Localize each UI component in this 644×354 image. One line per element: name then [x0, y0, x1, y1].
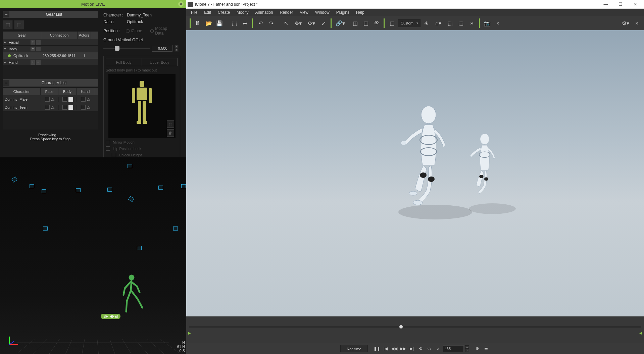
body-checkbox[interactable]: [62, 97, 67, 102]
gear-row-body[interactable]: ▾Body +–: [3, 46, 98, 52]
gear-row-optitrack[interactable]: Optitrack 239.255.42.99:1511 1: [3, 52, 98, 59]
add-icon[interactable]: +: [31, 40, 35, 45]
fast-forward-icon[interactable]: ▶▶: [399, 345, 407, 352]
light-icon[interactable]: ☀: [421, 18, 431, 28]
look-at-icon[interactable]: 👁: [371, 18, 382, 28]
mask-select-icon[interactable]: ⬚: [167, 120, 174, 128]
goto-end-icon[interactable]: ▶|: [408, 345, 415, 352]
gear-row-hand[interactable]: ▸Hand +–: [3, 59, 98, 66]
menu-create[interactable]: Create: [214, 9, 233, 16]
hand-checkbox[interactable]: [81, 105, 86, 110]
link-tool-icon[interactable]: 🔗▾: [334, 18, 347, 28]
menu-file[interactable]: File: [188, 9, 201, 16]
menu-modify[interactable]: Modify: [233, 9, 252, 16]
render-viewport[interactable]: [186, 30, 644, 316]
spinner-down-icon[interactable]: ▾: [465, 349, 469, 352]
camera-icon[interactable]: 📷: [482, 18, 492, 28]
data-label: Data :: [103, 19, 123, 24]
gear-row-facial[interactable]: ▸Facial +–: [3, 39, 98, 46]
rewind-icon[interactable]: ◀◀: [391, 345, 398, 352]
undo-icon[interactable]: ↶: [255, 18, 265, 28]
hand-checkbox[interactable]: [81, 97, 86, 102]
menu-animation[interactable]: Animation: [252, 9, 276, 16]
face-checkbox[interactable]: [45, 105, 50, 110]
playhead-icon[interactable]: [399, 325, 403, 328]
collapse-icon[interactable]: –: [3, 11, 9, 17]
character-row[interactable]: Dummy_Teen ⚠ ⚠: [3, 103, 98, 111]
move-tool-icon[interactable]: ✥▾: [292, 18, 304, 28]
playback-mode-dropdown[interactable]: Realtime: [340, 345, 367, 352]
svg-rect-3: [149, 88, 152, 103]
zoom-all-icon[interactable]: ⬚: [456, 18, 466, 28]
timeline[interactable]: ▶ ◀: [186, 316, 644, 343]
gear-import-icon[interactable]: ⬚: [3, 20, 13, 30]
menu-help[interactable]: Help: [353, 9, 368, 16]
body-mask-preview: ⬚ 🗑: [108, 74, 176, 138]
character-row[interactable]: Dummy_Male ⚠ ⚠: [3, 95, 98, 103]
layout-icon[interactable]: ◫: [387, 18, 397, 28]
align-left-icon[interactable]: ◫: [350, 18, 360, 28]
spinner-up-icon[interactable]: ▴: [465, 345, 469, 349]
axis-gizmo-icon: [7, 334, 20, 347]
open-project-icon[interactable]: 📂: [204, 18, 214, 28]
expand-more-icon[interactable]: »: [632, 18, 642, 28]
menu-edit[interactable]: Edit: [201, 9, 214, 16]
add-icon[interactable]: +: [31, 47, 35, 51]
pause-icon[interactable]: ❚❚: [373, 345, 381, 352]
menu-plugins[interactable]: Plugins: [333, 9, 353, 16]
remove-icon[interactable]: –: [36, 60, 41, 65]
menu-view[interactable]: View: [296, 9, 312, 16]
close-icon[interactable]: ✕: [178, 1, 184, 7]
new-project-icon[interactable]: 🗎: [193, 18, 203, 28]
gear-export-icon[interactable]: ⬚: [14, 20, 24, 30]
audio-icon[interactable]: ♪: [434, 345, 442, 352]
redo-icon[interactable]: ↷: [266, 18, 276, 28]
spinner-up-icon[interactable]: ▴: [175, 45, 179, 48]
ground-offset-input[interactable]: [152, 45, 172, 52]
ground-offset-slider[interactable]: [103, 48, 150, 49]
add-icon[interactable]: +: [31, 60, 35, 65]
timeline-start-icon[interactable]: ▶: [188, 331, 191, 335]
timeline-toggle-icon[interactable]: ☰: [483, 345, 490, 352]
save-project-icon[interactable]: 💾: [214, 18, 225, 28]
svg-rect-1: [137, 88, 147, 100]
align-right-icon[interactable]: ◫: [361, 18, 371, 28]
body-icon[interactable]: [68, 105, 73, 110]
record-icon[interactable]: ⬭: [426, 345, 433, 352]
scale-tool-icon[interactable]: ⤢: [318, 18, 329, 28]
workspace-dropdown[interactable]: Custom: [398, 19, 420, 27]
face-checkbox[interactable]: [45, 97, 50, 102]
export-icon[interactable]: ➦: [240, 18, 250, 28]
collapse-icon[interactable]: –: [3, 80, 9, 86]
render-settings-icon[interactable]: ⚙▾: [619, 18, 632, 28]
current-frame-input[interactable]: [443, 345, 464, 352]
remove-icon[interactable]: –: [36, 40, 41, 45]
menu-window[interactable]: Window: [312, 9, 333, 16]
loop-icon[interactable]: ⟲: [417, 345, 424, 352]
mask-delete-icon[interactable]: 🗑: [167, 129, 174, 137]
body-checkbox[interactable]: [62, 105, 67, 110]
zoom-fit-icon[interactable]: ⬚: [445, 18, 455, 28]
timeline-end-icon[interactable]: ◀: [639, 331, 642, 335]
slider-thumb[interactable]: [115, 46, 119, 51]
character-list-title: Character List: [10, 81, 98, 85]
mocap-viewport[interactable]: SHIHFEI N 61 N: [0, 157, 186, 354]
remove-icon[interactable]: –: [36, 47, 41, 51]
maximize-button[interactable]: ☐: [613, 0, 628, 9]
select-tool-icon[interactable]: ↖: [281, 18, 291, 28]
warning-icon: ⚠: [51, 105, 55, 110]
spinner-down-icon[interactable]: ▾: [175, 48, 179, 52]
timeline-track[interactable]: [189, 326, 641, 327]
gear-list-header: – Gear List: [3, 11, 98, 18]
import-icon[interactable]: ⬚: [229, 18, 239, 28]
minimize-button[interactable]: —: [598, 0, 613, 9]
rotate-tool-icon[interactable]: ⟳▾: [305, 18, 318, 28]
close-button[interactable]: ✕: [628, 0, 643, 9]
expand-more-icon[interactable]: »: [467, 18, 477, 28]
goto-start-icon[interactable]: |◀: [382, 345, 389, 352]
settings-icon[interactable]: ⚙: [474, 345, 481, 352]
menu-render[interactable]: Render: [277, 9, 296, 16]
expand-more-icon[interactable]: »: [493, 18, 503, 28]
body-icon[interactable]: [68, 97, 73, 102]
home-icon[interactable]: ⌂▾: [432, 18, 445, 28]
